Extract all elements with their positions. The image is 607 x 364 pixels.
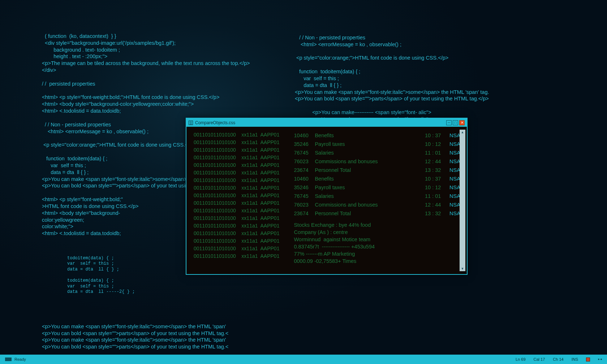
window-titlebar[interactable]: CompareObjects.css ─ □ ✕: [186, 118, 467, 127]
window-title: CompareObjects.css: [195, 120, 235, 125]
table-row: 10460Benefits10 : 37NSA: [294, 131, 464, 140]
table-row: 10460Benefits10 : 37NSA: [294, 174, 464, 183]
data-column: 10460Benefits10 : 37NSA35246Payroll taxe…: [294, 131, 464, 270]
scroll-down-icon[interactable]: ▼: [460, 266, 465, 271]
status-indicator-icon: [586, 358, 590, 361]
minimize-button[interactable]: ─: [446, 120, 452, 125]
scrollbar[interactable]: ▲ ▼: [460, 130, 465, 271]
table-row: 35246Payroll taxes10 : 12NSA: [294, 183, 464, 192]
status-cal: Cal 17: [534, 357, 545, 361]
window-body: 001101011010100 xx11a1 AAPP01 0011010110…: [186, 127, 467, 274]
document-icon: [189, 121, 193, 125]
table-row: 76023Commissions and bonuses12 : 44NSA: [294, 200, 464, 209]
table-row: 23674Personnel Total13 : 32NSA: [294, 166, 464, 174]
table-row: 35246Payroll taxes10 : 12NSA: [294, 140, 464, 148]
status-ins: INS: [572, 357, 578, 361]
table-row: 23674Personnel Total13 : 32NSA: [294, 209, 464, 218]
status-dots-icon: [598, 359, 602, 360]
table-row: 76745Salaries11 : 01NSA: [294, 148, 464, 157]
status-ch: Ch 14: [553, 357, 563, 361]
scroll-track[interactable]: [460, 135, 465, 266]
code-tail: <p>You can make <span style="font-style:…: [42, 323, 250, 350]
editor-window: CompareObjects.css ─ □ ✕ 001101011010100…: [186, 118, 468, 275]
scroll-up-icon[interactable]: ▲: [460, 130, 465, 135]
maximize-button[interactable]: □: [453, 120, 458, 125]
hex-column: 001101011010100 xx11a1 AAPP01 0011010110…: [194, 131, 279, 270]
status-chip-icon: [5, 358, 12, 361]
status-ready: Ready: [14, 357, 26, 361]
footer-text: Stocks Exchange : bye 44% food Company (…: [294, 221, 464, 265]
close-button[interactable]: ✕: [459, 120, 465, 125]
table-row: 76023Commissions and bonuses12 : 44NSA: [294, 157, 464, 166]
status-bar: Ready Ln 69 Cal 17 Ch 14 INS: [0, 355, 607, 364]
status-ln: Ln 69: [516, 357, 526, 361]
table-row: 76745Salaries11 : 01NSA: [294, 192, 464, 200]
